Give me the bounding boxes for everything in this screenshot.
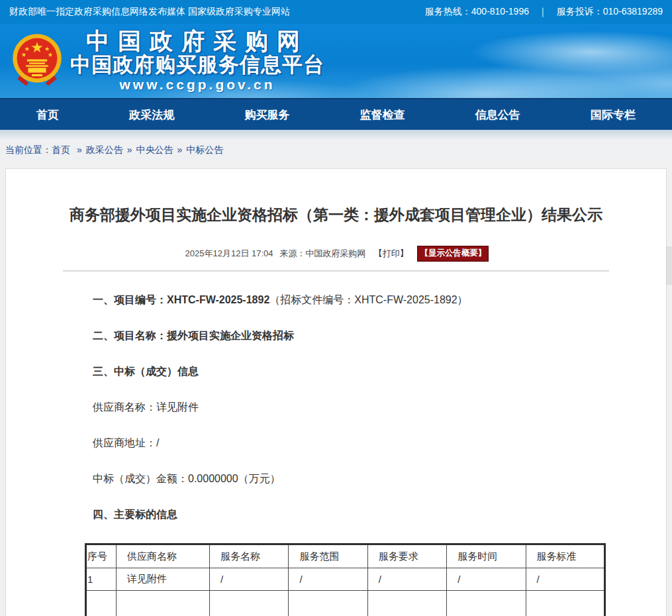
- table-cell: [86, 591, 117, 616]
- paragraph-5: 供应商地址：/: [93, 436, 640, 450]
- table-row: 1详见附件/////: [86, 568, 605, 591]
- content-area: 商务部援外项目实施企业资格招标（第一类：援外成套项目管理企业）结果公示 2025…: [0, 168, 672, 616]
- nav-item-6[interactable]: 国际专栏: [591, 107, 636, 123]
- table-cell: [526, 591, 604, 616]
- scrollbar-thumb[interactable]: [666, 246, 672, 285]
- paragraph-1: 一、项目编号：XHTC-FW-2025-1892（招标文件编号：XHTC-FW-…: [93, 293, 640, 307]
- nav-item-3[interactable]: 购买服务: [244, 107, 289, 123]
- table-cell: [367, 591, 446, 616]
- paragraph-7: 四、主要标的信息: [93, 507, 640, 521]
- table-cell: /: [447, 568, 526, 591]
- paragraph-6: 中标（成交）金额：0.0000000（万元）: [93, 472, 640, 486]
- breadcrumb-link-1[interactable]: 首页: [52, 144, 73, 155]
- hotline-separator: ｜: [538, 6, 548, 18]
- breadcrumb-separator: »: [177, 144, 182, 155]
- top-utility-bar: 财政部唯一指定政府采购信息网络发布媒体 国家级政府采购专业网站 服务热线：400…: [0, 0, 672, 24]
- table-header-cell-3: 服务名称: [210, 544, 289, 568]
- breadcrumb-items: 首页 »政采公告»中央公告»中标公告: [52, 144, 223, 155]
- breadcrumb: 当前位置：首页 »政采公告»中央公告»中标公告: [0, 130, 672, 168]
- nav-item-1[interactable]: 首页: [36, 107, 59, 123]
- breadcrumb-separator: »: [127, 144, 132, 155]
- page-title: 商务部援外项目实施企业资格招标（第一类：援外成套项目管理企业）结果公示: [6, 205, 666, 225]
- service-complaint: 服务投诉：010-63819289: [557, 6, 663, 18]
- site-slogan: 财政部唯一指定政府采购信息网络发布媒体 国家级政府采购专业网站: [9, 6, 290, 18]
- site-name: 中国政府采购网: [70, 28, 324, 54]
- table-cell: [210, 591, 289, 616]
- print-button[interactable]: 【打印】: [374, 248, 408, 258]
- show-summary-button[interactable]: 【显示公告概要】: [417, 246, 489, 262]
- paragraph-3: 三、中标（成交）信息: [93, 364, 640, 378]
- table-cell: /: [289, 568, 367, 591]
- table-cell: /: [526, 568, 604, 591]
- breadcrumb-label: 当前位置：: [5, 144, 52, 155]
- table-header-cell-6: 服务时间: [447, 544, 526, 568]
- announcement-panel: 商务部援外项目实施企业资格招标（第一类：援外成套项目管理企业）结果公示 2025…: [5, 168, 667, 616]
- table-cell: 详见附件: [117, 568, 210, 591]
- nav-item-4[interactable]: 监督检查: [360, 107, 405, 123]
- site-subtitle: 中国政府购买服务信息平台: [70, 54, 324, 76]
- source-label: 来源：中国政府采购网: [279, 248, 365, 258]
- service-hotline: 服务热线：400-810-1996: [425, 6, 529, 18]
- breadcrumb-link-2[interactable]: 政采公告: [86, 144, 123, 155]
- table-header-cell-4: 服务范围: [289, 544, 367, 568]
- table-cell: 1: [86, 568, 117, 591]
- breadcrumb-link-4[interactable]: 中标公告: [186, 144, 223, 155]
- site-header: 中国政府采购网 中国政府购买服务信息平台 www.ccgp.gov.cn: [0, 24, 672, 98]
- nav-item-5[interactable]: 信息公告: [475, 107, 520, 123]
- table-cell: [289, 591, 367, 616]
- national-emblem-icon: [11, 32, 64, 89]
- nav-item-2[interactable]: 政采法规: [129, 107, 174, 123]
- site-url: www.ccgp.gov.cn: [70, 76, 324, 93]
- paragraph-2: 二、项目名称：援外项目实施企业资格招标: [93, 329, 640, 342]
- paragraph-4: 供应商名称：详见附件: [93, 400, 640, 414]
- publish-datetime: 2025年12月12日 17:04: [185, 248, 273, 258]
- table-empty-row: [86, 591, 605, 616]
- article-body: 一、项目编号：XHTC-FW-2025-1892（招标文件编号：XHTC-FW-…: [6, 272, 666, 616]
- main-nav: 首页政采法规购买服务监督检查信息公告国际专栏: [0, 98, 672, 130]
- table-header-cell-7: 服务标准: [526, 544, 604, 568]
- table-cell: [117, 591, 210, 616]
- lot-info-table: 序号供应商名称服务名称服务范围服务要求服务时间服务标准 1详见附件/////: [85, 543, 606, 616]
- site-logo[interactable]: 中国政府采购网 中国政府购买服务信息平台 www.ccgp.gov.cn: [11, 28, 324, 93]
- table-cell: /: [210, 568, 289, 591]
- table-cell: [447, 591, 526, 616]
- breadcrumb-separator: »: [77, 144, 82, 155]
- breadcrumb-link-3[interactable]: 中央公告: [136, 144, 173, 155]
- table-header-cell-2: 供应商名称: [117, 544, 210, 568]
- table-cell: /: [367, 568, 446, 591]
- article-meta: 2025年12月12日 17:04 来源：中国政府采购网 【打印】 【显示公告概…: [6, 246, 666, 262]
- table-header-cell-1: 序号: [86, 544, 117, 568]
- table-header-row: 序号供应商名称服务名称服务范围服务要求服务时间服务标准: [86, 544, 605, 568]
- table-header-cell-5: 服务要求: [367, 544, 446, 568]
